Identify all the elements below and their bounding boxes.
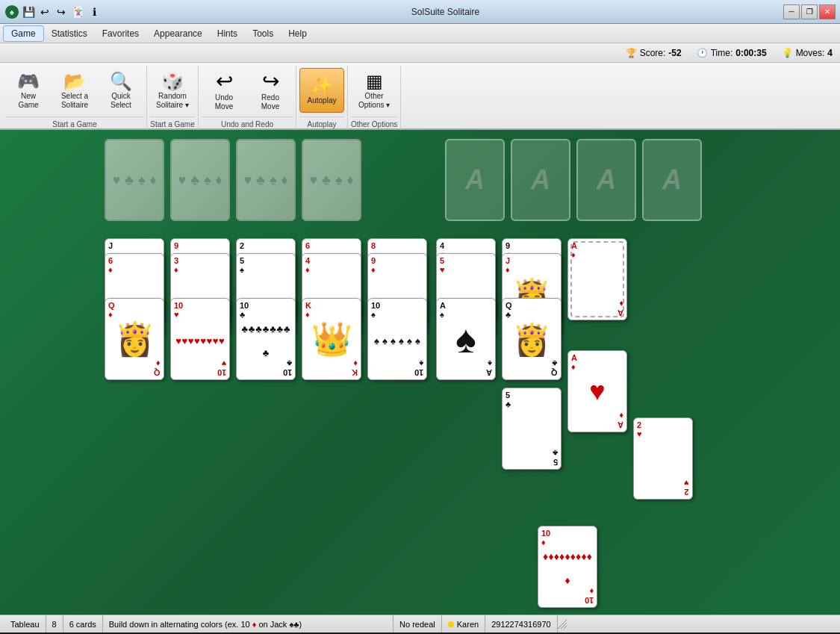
- suit-club-2: ♣: [190, 173, 199, 188]
- card-col7-queen-clubs[interactable]: Q♣ Q♣ 👸: [502, 298, 561, 380]
- new-quick-btn[interactable]: 🃏: [70, 5, 85, 19]
- menu-game[interactable]: Game: [3, 25, 44, 42]
- card-rank-tl: A♦: [571, 241, 577, 259]
- card-col8-ace-diamonds[interactable]: A♦ A♦: [567, 238, 627, 320]
- toolbar-buttons-undo: ↩ UndoMove ↪ RedoMove: [202, 66, 293, 116]
- stock-placeholder-3[interactable]: ♥ ♣ ♠ ♦: [236, 139, 296, 221]
- time-icon: 🕐: [697, 48, 708, 58]
- close-button[interactable]: ✕: [819, 4, 836, 19]
- suit-heart-1: ♥: [112, 173, 120, 188]
- new-game-icon: 🎮: [17, 72, 40, 90]
- suit-diamond-1: ♦: [149, 173, 156, 188]
- card-rank-tl: 9♦: [371, 256, 376, 274]
- redo-icon: ↪: [262, 71, 279, 92]
- suit-spade-1: ♠: [138, 173, 146, 188]
- toolbar-buttons-random: 🎲 RandomSolitaire ▾: [150, 66, 195, 116]
- moves-label: Moves:: [796, 48, 825, 58]
- foundation-1[interactable]: A: [445, 139, 505, 221]
- card-face: 10♠ 10♠ ♠♠ ♠♠ ♠♠: [368, 299, 426, 379]
- minimize-button[interactable]: ─: [783, 4, 800, 19]
- card-col8-2h[interactable]: 2♥ 2♥: [633, 417, 693, 500]
- card-rank-br: A♠: [486, 359, 492, 377]
- new-game-label: NewGame: [18, 92, 38, 110]
- toolbar-group-undo-label: Undo and Redo: [202, 116, 293, 130]
- statusbar-bottom: Tableau 8 6 cards Build down in alternat…: [0, 615, 840, 633]
- card-rank-br: 5♣: [553, 449, 558, 467]
- cards-count-section: 8: [46, 615, 63, 633]
- quick-access-toolbar: ♠ 💾 ↩ ↪ 🃏 ℹ: [4, 5, 102, 19]
- window-controls: ─ ❐ ✕: [783, 4, 836, 19]
- resize-handle[interactable]: [558, 615, 836, 633]
- select-solitaire-label: Select aSolitaire: [61, 92, 88, 110]
- foundation-4[interactable]: A: [642, 139, 702, 221]
- card-rank-tl: 2♥: [637, 420, 642, 438]
- random-solitaire-button[interactable]: 🎲 RandomSolitaire ▾: [150, 68, 195, 113]
- seed-value: 2912274316970: [491, 620, 551, 629]
- save-quick-btn[interactable]: 💾: [21, 5, 36, 19]
- suit-club-4: ♣: [322, 173, 331, 188]
- suit-club-1: ♣: [125, 173, 134, 188]
- other-options-button[interactable]: ▦ OtherOptions ▾: [352, 68, 396, 113]
- card-col3-10-clubs[interactable]: 10♣ 10♣ ♣♣ ♣♣ ♣♣ ♣♣: [236, 298, 296, 380]
- foundation-ace-2: A: [531, 164, 550, 196]
- card-face: Q♦ Q♦ 👸: [105, 299, 164, 379]
- app-icon: ♠: [4, 5, 19, 19]
- top-statusbar: 🏆 Score: -52 🕐 Time: 0:00:35 💡 Moves: 4: [0, 43, 840, 63]
- suit-heart-2: ♥: [178, 173, 186, 188]
- toolbar-group-options-label: Other Options: [351, 116, 397, 130]
- menu-statistics[interactable]: Statistics: [44, 26, 95, 41]
- quick-select-button[interactable]: 🔍 QuickSelect: [99, 68, 143, 113]
- stock-placeholder-1[interactable]: ♥ ♣ ♠ ♦: [105, 139, 164, 221]
- time-label: Time:: [711, 48, 733, 58]
- card-col1-queen-diamonds[interactable]: Q♦ Q♦ 👸: [105, 298, 164, 380]
- suit-spade-4: ♠: [335, 173, 343, 188]
- svg-line-4: [564, 626, 567, 629]
- foundation-2[interactable]: A: [511, 139, 570, 221]
- titlebar: ♠ 💾 ↩ ↪ 🃏 ℹ SolSuite Solitaire ─ ❐ ✕: [0, 0, 840, 24]
- menu-help[interactable]: Help: [281, 26, 314, 41]
- user-section: Karen: [442, 615, 485, 633]
- foundation-ace-4: A: [662, 164, 682, 196]
- card-col2-10-hearts[interactable]: 10♥ 10♥ ♥♥ ♥♥ ♥♥ ♥♥: [170, 298, 230, 380]
- toolbar-group-autoplay: ✨ Autoplay Autoplay: [296, 66, 348, 130]
- card-col7-5-clubs[interactable]: 5♣ 5♣: [502, 388, 561, 470]
- menu-tools[interactable]: Tools: [245, 26, 281, 41]
- card-rank-tl: A♦: [571, 353, 577, 371]
- toolbar: 🎮 NewGame 📂 Select aSolitaire 🔍 QuickSel…: [0, 63, 840, 130]
- card-col4-king-diamonds[interactable]: K♦ K♦ 👑: [302, 298, 361, 380]
- restore-button[interactable]: ❐: [801, 4, 818, 19]
- quick-select-label: QuickSelect: [111, 92, 131, 110]
- undo-move-button[interactable]: ↩ UndoMove: [202, 68, 246, 113]
- card-rank-br: A♦: [617, 299, 623, 317]
- toolbar-group-random: 🎲 RandomSolitaire ▾ Start a Game: [147, 66, 199, 130]
- menu-favorites[interactable]: Favorites: [95, 26, 146, 41]
- foundation-3[interactable]: A: [576, 139, 636, 221]
- autoplay-button[interactable]: ✨ Autoplay: [299, 68, 344, 113]
- menu-hints[interactable]: Hints: [210, 26, 245, 41]
- card-col5-10-spades[interactable]: 10♠ 10♠ ♠♠ ♠♠ ♠♠: [367, 298, 427, 380]
- undo-label: UndoMove: [215, 93, 233, 111]
- tableau-text: Tableau: [10, 620, 40, 629]
- cards-count: 8: [52, 620, 57, 629]
- game-area[interactable]: ♥ ♣ ♠ ♦ ♥ ♣ ♠ ♦ ♥ ♣ ♠ ♦ ♥ ♣ ♠ ♦ A A A A …: [0, 130, 840, 615]
- new-game-button[interactable]: 🎮 NewGame: [6, 68, 51, 113]
- redo-move-button[interactable]: ↪ RedoMove: [248, 68, 293, 113]
- undo-icon: ↩: [216, 71, 233, 92]
- undo-quick-btn[interactable]: ↩: [37, 5, 52, 19]
- toolbar-group-start: 🎮 NewGame 📂 Select aSolitaire 🔍 QuickSel…: [3, 66, 147, 130]
- card-face: Q♣ Q♣ 👸: [503, 299, 561, 379]
- card-10-diamonds-lone[interactable]: 10♦ 10♦ ♦♦ ♦♦ ♦♦ ♦♦ ♦♦: [538, 526, 597, 608]
- suit-heart-3: ♥: [243, 173, 252, 188]
- stock-placeholder-2[interactable]: ♥ ♣ ♠ ♦: [170, 139, 230, 221]
- card-col8-2-hearts[interactable]: A♦ A♦ ♥: [567, 350, 627, 432]
- stock-placeholder-4[interactable]: ♥ ♣ ♠ ♦: [302, 139, 361, 221]
- menu-appearance[interactable]: Appearance: [146, 26, 210, 41]
- card-col6-ace-spades[interactable]: A♠ A♠ ♠: [436, 298, 496, 380]
- card-rank-br: A♦: [617, 411, 623, 429]
- select-solitaire-button[interactable]: 📂 Select aSolitaire: [52, 68, 97, 113]
- redo-quick-btn[interactable]: ↪: [54, 5, 69, 19]
- card-rank-tl: 4♦: [305, 256, 310, 274]
- info-quick-btn[interactable]: ℹ: [87, 5, 102, 19]
- cards-label: 6 cards: [69, 620, 96, 629]
- card-face: 2♥ 2♥: [634, 418, 692, 499]
